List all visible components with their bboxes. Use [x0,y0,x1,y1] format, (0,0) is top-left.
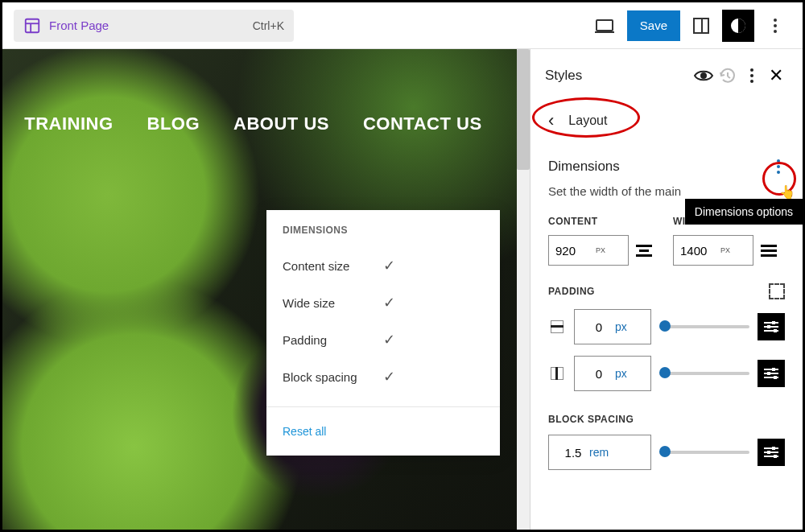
content-align-icon[interactable] [635,241,653,259]
popover-item-wide-size[interactable]: Wide size✓ [266,284,500,321]
custom-value-button[interactable] [758,313,785,340]
unit-label[interactable]: PX [596,246,605,254]
svg-point-16 [750,80,753,83]
svg-rect-33 [767,451,770,454]
svg-rect-18 [764,326,778,328]
unit-selector[interactable]: rem [589,446,609,459]
svg-rect-28 [774,376,777,379]
template-icon [23,17,41,35]
unlink-sides-icon[interactable] [769,283,785,299]
svg-point-14 [750,68,753,72]
padding-section: PADDING px px [530,280,803,410]
popover-item-block-spacing[interactable]: Block spacing✓ [266,358,500,395]
styles-toggle-button[interactable] [722,10,754,42]
svg-rect-26 [772,368,775,371]
popover-title: DIMENSIONS [266,225,500,247]
dimensions-title: Dimensions [548,159,777,175]
device-preview-button[interactable] [588,10,621,42]
content-width-value[interactable] [555,244,596,258]
nav-item[interactable]: ABOUT US [233,113,329,134]
svg-rect-32 [772,447,775,450]
check-icon: ✓ [383,368,484,386]
close-sidebar-button[interactable]: ✕ [764,65,788,86]
style-book-button[interactable] [691,69,716,82]
nav-item[interactable]: CONTACT US [363,113,482,134]
svg-rect-30 [764,452,778,453]
page-title: Front Page [49,19,253,32]
nav-item[interactable]: TRAINING [24,113,113,134]
sidebar-header: Styles ✕ [530,49,803,102]
check-icon: ✓ [383,257,484,274]
keyboard-shortcut: Ctrl+K [253,19,284,32]
tooltip: Dimensions options [685,199,803,225]
custom-value-button[interactable] [758,439,785,466]
revisions-button[interactable] [716,67,740,85]
svg-rect-22 [774,329,777,332]
scrollbar-thumb[interactable] [517,49,530,170]
svg-line-13 [728,76,730,78]
block-spacing-section: BLOCK SPACING rem [530,410,803,478]
save-button[interactable]: Save [627,10,680,41]
svg-point-9 [774,24,777,27]
svg-rect-3 [597,20,613,31]
popover-item-content-size[interactable]: Content size✓ [266,247,500,284]
dimensions-section-header: Dimensions [530,144,803,178]
padding-v-slider[interactable] [659,371,749,376]
svg-point-15 [750,74,753,77]
sidebar-more-button[interactable] [740,68,764,83]
svg-rect-17 [764,322,778,324]
padding-vertical-row: px [548,356,785,391]
nav-item[interactable]: BLOG [147,113,200,134]
content-width-input[interactable]: PX [548,235,629,266]
styles-sidebar: Styles ✕ ‹ Layout Dimensions 👆 Dimension… [530,49,803,532]
horizontal-sides-icon [548,318,566,336]
custom-value-button[interactable] [758,360,785,387]
canvas-scrollbar[interactable] [517,49,530,532]
padding-label: PADDING [548,286,769,297]
block-spacing-input[interactable]: rem [548,435,651,470]
wide-align-icon[interactable] [760,241,778,259]
vertical-sides-icon [548,365,566,382]
reset-all-button[interactable]: Reset all [266,419,500,444]
svg-rect-0 [26,19,39,32]
layout-label: Layout [568,113,607,128]
svg-rect-24 [764,373,778,374]
unit-selector[interactable]: px [615,320,627,333]
page-selector[interactable]: Front Page Ctrl+K [14,10,294,42]
check-icon: ✓ [383,294,484,311]
padding-h-input[interactable]: px [574,309,651,344]
svg-point-11 [700,72,707,79]
svg-point-8 [774,19,777,22]
svg-rect-23 [764,369,778,370]
svg-rect-21 [767,325,770,328]
svg-rect-27 [767,372,770,375]
editor-canvas[interactable]: P TRAINING BLOG ABOUT US CONTACT US DIME… [2,49,530,532]
svg-rect-29 [764,447,778,449]
back-chevron-icon[interactable]: ‹ [548,110,554,131]
wide-width-input[interactable]: PX [673,235,753,266]
block-spacing-label: BLOCK SPACING [548,414,785,425]
sidebar-title: Styles [545,68,691,84]
close-icon: ✕ [769,65,783,86]
unit-selector[interactable]: px [615,367,627,380]
svg-point-10 [774,30,777,33]
padding-h-slider[interactable] [659,324,749,329]
padding-v-input[interactable]: px [574,356,651,391]
block-spacing-slider[interactable] [659,450,749,455]
svg-rect-20 [772,321,775,324]
dimensions-options-button[interactable] [777,159,780,174]
top-bar: Front Page Ctrl+K Save [2,2,803,49]
popover-item-padding[interactable]: Padding✓ [266,321,500,358]
check-icon: ✓ [383,331,484,348]
svg-rect-34 [774,455,777,458]
layout-nav-row[interactable]: ‹ Layout [530,102,803,144]
divider [266,406,500,407]
sidebar-toggle-button[interactable] [685,10,717,42]
dimensions-popover: DIMENSIONS Content size✓ Wide size✓ Padd… [266,210,500,456]
more-options-button[interactable] [759,10,791,42]
padding-horizontal-row: px [548,309,785,344]
site-navigation: P TRAINING BLOG ABOUT US CONTACT US [2,113,482,134]
content-label: CONTENT [548,216,660,227]
unit-label[interactable]: PX [720,246,730,254]
wide-width-value[interactable] [680,244,720,258]
